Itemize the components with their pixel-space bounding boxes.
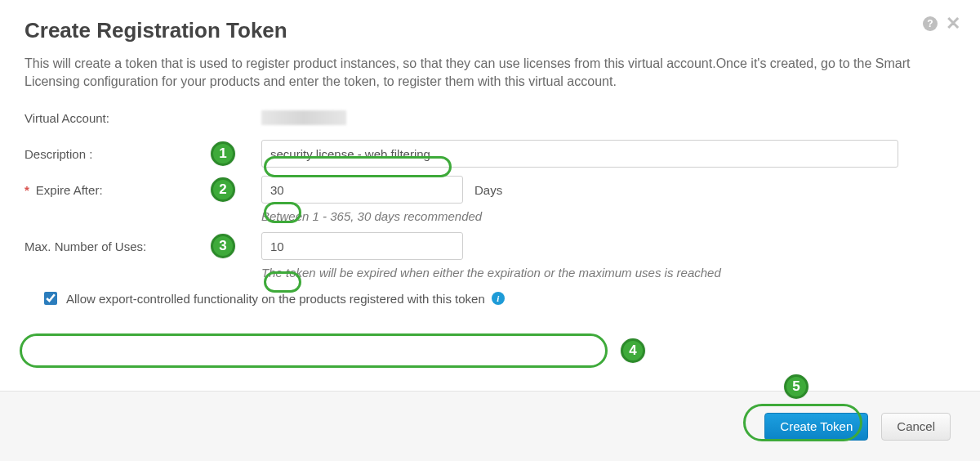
row-virtual-account: Virtual Account: bbox=[24, 100, 956, 136]
intro-text: This will create a token that is used to… bbox=[0, 48, 980, 96]
help-icon[interactable]: ? bbox=[923, 16, 938, 31]
step-badge-5: 5 bbox=[784, 374, 808, 399]
highlight-export-checkbox bbox=[20, 333, 608, 368]
virtual-account-value bbox=[261, 110, 346, 125]
description-input[interactable] bbox=[261, 140, 898, 168]
expire-hint: Between 1 - 365, 30 days recommended bbox=[261, 208, 956, 228]
dialog-footer: Create Token Cancel bbox=[0, 391, 980, 461]
step-badge-3: 3 bbox=[211, 234, 235, 258]
dialog-title: Create Registration Token bbox=[24, 18, 956, 43]
close-icon[interactable]: ✕ bbox=[946, 15, 960, 33]
row-max-uses: Max. Number of Uses: 3 bbox=[24, 228, 956, 264]
step-badge-2: 2 bbox=[211, 177, 235, 202]
row-export-controlled: Allow export-controlled functionality on… bbox=[24, 284, 956, 312]
step-badge-4: 4 bbox=[621, 338, 645, 363]
virtual-account-label: Virtual Account: bbox=[24, 111, 109, 125]
description-label: Description : bbox=[24, 147, 92, 161]
header-actions: ? ✕ bbox=[923, 15, 960, 33]
dialog-header: Create Registration Token ? ✕ bbox=[0, 0, 980, 48]
expire-after-label: Expire After: bbox=[36, 183, 103, 197]
max-uses-hint: The token will be expired when either th… bbox=[261, 264, 956, 284]
info-icon[interactable]: i bbox=[492, 292, 505, 305]
max-uses-label: Max. Number of Uses: bbox=[24, 239, 146, 253]
days-label: Days bbox=[474, 183, 502, 197]
required-marker: * bbox=[24, 183, 29, 197]
cancel-button[interactable]: Cancel bbox=[881, 413, 951, 441]
export-controlled-checkbox[interactable] bbox=[44, 292, 57, 305]
export-controlled-label: Allow export-controlled functionality on… bbox=[66, 292, 485, 306]
row-description: Description : 1 bbox=[24, 136, 956, 172]
create-registration-token-dialog: Create Registration Token ? ✕ This will … bbox=[0, 0, 980, 461]
create-token-button[interactable]: Create Token bbox=[764, 413, 868, 441]
row-expire-after: * Expire After: 2 Days bbox=[24, 172, 956, 208]
form: Virtual Account: Description : 1 * Expir… bbox=[0, 96, 980, 312]
expire-after-input[interactable] bbox=[261, 176, 463, 204]
max-uses-input[interactable] bbox=[261, 232, 463, 260]
step-badge-1: 1 bbox=[211, 141, 235, 166]
